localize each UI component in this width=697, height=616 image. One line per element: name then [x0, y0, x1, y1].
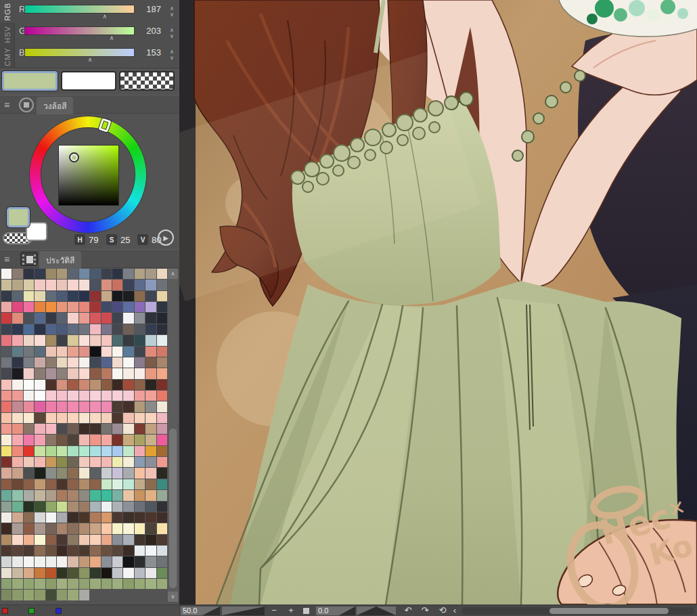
palette-swatch[interactable]	[135, 468, 145, 478]
palette-swatch[interactable]	[145, 280, 156, 290]
palette-swatch[interactable]	[145, 579, 156, 589]
palette-swatch[interactable]	[90, 446, 100, 456]
palette-swatch[interactable]	[57, 468, 67, 478]
palette-swatch[interactable]	[1, 502, 12, 512]
palette-swatch[interactable]	[145, 347, 156, 357]
palette-swatch[interactable]	[135, 512, 145, 523]
tab-color-wheel[interactable]: วงล้อสี	[37, 97, 73, 114]
palette-swatch[interactable]	[57, 490, 67, 500]
palette-swatch[interactable]	[79, 269, 89, 279]
palette-swatch[interactable]	[35, 435, 45, 445]
palette-swatch[interactable]	[68, 424, 78, 434]
palette-swatch[interactable]	[57, 269, 67, 279]
palette-swatch[interactable]	[90, 324, 100, 334]
palette-swatch[interactable]	[90, 380, 100, 390]
palette-swatch[interactable]	[145, 391, 156, 401]
palette-swatch[interactable]	[123, 556, 133, 567]
palette-swatch[interactable]	[79, 435, 89, 445]
palette-swatch[interactable]	[57, 502, 67, 512]
palette-swatch[interactable]	[112, 446, 122, 456]
palette-swatch[interactable]	[123, 523, 133, 533]
palette-swatch[interactable]	[145, 368, 156, 378]
palette-swatch[interactable]	[145, 313, 156, 323]
palette-swatch[interactable]	[1, 391, 12, 401]
palette-swatch[interactable]	[157, 368, 167, 378]
palette-swatch[interactable]	[123, 546, 133, 556]
palette-swatch[interactable]	[1, 357, 12, 368]
palette-swatch[interactable]	[12, 368, 22, 378]
palette-swatch[interactable]	[102, 357, 112, 368]
palette-swatch[interactable]	[145, 468, 156, 478]
palette-swatch[interactable]	[12, 357, 22, 368]
palette-swatch[interactable]	[1, 435, 12, 445]
palette-swatch[interactable]	[102, 380, 112, 390]
palette-swatch[interactable]	[1, 590, 12, 600]
palette-swatch[interactable]	[1, 512, 12, 523]
palette-swatch[interactable]	[1, 347, 12, 357]
palette-swatch[interactable]	[57, 313, 67, 323]
palette-swatch[interactable]	[35, 368, 45, 378]
spinner-up-icon[interactable]: ∧	[170, 27, 174, 33]
palette-swatch[interactable]	[57, 556, 67, 567]
palette-swatch[interactable]	[1, 568, 12, 578]
palette-swatch[interactable]	[145, 357, 156, 368]
palette-swatch[interactable]	[57, 579, 67, 589]
blue-swatch-button[interactable]	[55, 608, 62, 614]
palette-swatch[interactable]	[135, 291, 145, 301]
palette-swatch[interactable]	[35, 380, 45, 390]
palette-swatch[interactable]	[46, 302, 56, 312]
palette-swatch[interactable]	[35, 335, 45, 345]
palette-swatch[interactable]	[24, 468, 34, 478]
palette-swatch[interactable]	[68, 401, 78, 412]
palette-swatch[interactable]	[68, 291, 78, 301]
palette-swatch[interactable]	[157, 546, 167, 556]
palette-swatch[interactable]	[1, 380, 12, 390]
red-swatch-button[interactable]	[2, 608, 8, 614]
palette-swatch[interactable]	[102, 401, 112, 412]
palette-swatch[interactable]	[24, 291, 34, 301]
palette-swatch[interactable]	[68, 313, 78, 323]
palette-swatch[interactable]	[1, 457, 12, 467]
palette-swatch[interactable]	[90, 368, 100, 378]
palette-swatch[interactable]	[68, 556, 78, 567]
palette-swatch[interactable]	[157, 324, 167, 334]
palette-swatch[interactable]	[135, 280, 145, 290]
palette-swatch[interactable]	[90, 579, 100, 589]
palette-swatch[interactable]	[90, 546, 100, 556]
palette-swatch[interactable]	[123, 435, 133, 445]
slider-caret-icon[interactable]: ∧	[110, 35, 114, 41]
palette-swatch[interactable]	[135, 357, 145, 368]
palette-swatch[interactable]	[1, 535, 12, 545]
palette-swatch[interactable]	[1, 324, 12, 334]
palette-swatch[interactable]	[123, 291, 133, 301]
palette-swatch[interactable]	[123, 535, 133, 545]
palette-swatch[interactable]	[123, 302, 133, 312]
palette-swatch[interactable]	[1, 413, 12, 423]
palette-swatch[interactable]	[35, 347, 45, 357]
palette-swatch[interactable]	[35, 324, 45, 334]
palette-swatch[interactable]	[46, 269, 56, 279]
palette-swatch[interactable]	[102, 435, 112, 445]
palette-swatch[interactable]	[46, 391, 56, 401]
palette-swatch[interactable]	[1, 546, 12, 556]
palette-swatch[interactable]	[46, 523, 56, 533]
channel-value-b[interactable]: 153	[138, 47, 161, 58]
palette-swatch[interactable]	[135, 546, 145, 556]
palette-swatch[interactable]	[145, 291, 156, 301]
zoom-in-button[interactable]: +	[284, 605, 298, 616]
palette-swatch[interactable]	[157, 280, 167, 290]
palette-swatch[interactable]	[1, 280, 12, 290]
palette-swatch[interactable]	[57, 457, 67, 467]
palette-swatch[interactable]	[90, 468, 100, 478]
palette-swatch[interactable]	[123, 468, 133, 478]
palette-swatch[interactable]	[12, 280, 22, 290]
spinner-up-icon[interactable]: ∧	[170, 5, 174, 12]
palette-swatch[interactable]	[145, 568, 156, 578]
palette-swatch[interactable]	[1, 523, 12, 533]
palette-swatch[interactable]	[102, 302, 112, 312]
rotation-slider[interactable]	[357, 607, 396, 615]
palette-swatch[interactable]	[90, 556, 100, 567]
palette-swatch[interactable]	[24, 269, 34, 279]
palette-swatch[interactable]	[112, 335, 122, 345]
palette-swatch[interactable]	[1, 313, 12, 323]
